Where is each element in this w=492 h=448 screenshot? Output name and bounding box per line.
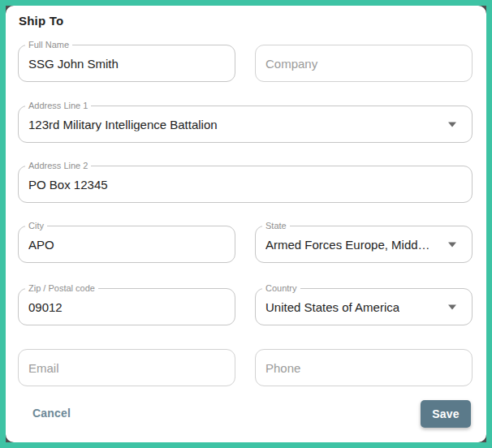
- save-button[interactable]: Save: [421, 400, 471, 428]
- city-label: City: [25, 221, 47, 231]
- country-value: United States of America: [265, 300, 399, 314]
- phone-field: [255, 349, 473, 386]
- dialog-title: Ship To: [19, 14, 63, 28]
- zip-label: Zip / Postal code: [25, 283, 98, 294]
- company-field: [255, 45, 473, 82]
- ship-to-dialog: Ship To Full Name Address Line 1 123rd M…: [6, 6, 486, 442]
- address-line-1-label: Address Line 1: [25, 101, 91, 111]
- address-line-1-select[interactable]: Address Line 1 123rd Military Intelligen…: [18, 106, 473, 143]
- address-line-1-value: 123rd Military Intelligence Battalion: [28, 118, 218, 131]
- company-input[interactable]: [256, 45, 472, 81]
- city-input[interactable]: [19, 226, 235, 262]
- zip-input[interactable]: [19, 289, 235, 325]
- state-select[interactable]: State Armed Forces Europe, Midd…: [255, 226, 473, 263]
- phone-input[interactable]: [256, 350, 472, 386]
- state-value: Armed Forces Europe, Midd…: [265, 238, 430, 252]
- email-field: [18, 349, 235, 386]
- full-name-label: Full Name: [25, 40, 72, 50]
- email-input[interactable]: [19, 350, 235, 386]
- dropdown-arrow-icon[interactable]: [448, 243, 456, 248]
- country-label: Country: [262, 283, 300, 294]
- full-name-field: Full Name: [18, 45, 235, 82]
- country-select[interactable]: Country United States of America: [255, 288, 473, 325]
- zip-field: Zip / Postal code: [18, 288, 235, 325]
- address-line-2-input[interactable]: [19, 166, 472, 202]
- dropdown-arrow-icon[interactable]: [448, 123, 456, 127]
- full-name-input[interactable]: [19, 45, 235, 81]
- cancel-button[interactable]: Cancel: [28, 405, 76, 421]
- address-line-2-label: Address Line 2: [25, 161, 91, 171]
- city-field: City: [18, 226, 235, 263]
- address-line-2-field: Address Line 2: [18, 166, 473, 203]
- state-label: State: [262, 221, 290, 231]
- dropdown-arrow-icon[interactable]: [448, 305, 456, 310]
